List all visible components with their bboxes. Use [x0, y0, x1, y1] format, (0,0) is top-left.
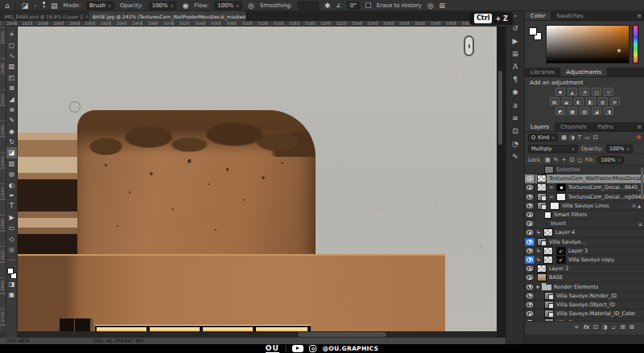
shape-tool[interactable]: ▭: [6, 223, 17, 233]
clone-stamp-tool[interactable]: ◉: [6, 126, 17, 137]
clone-source-icon[interactable]: ⊞: [508, 47, 522, 60]
layer-row[interactable]: Smart Filters: [525, 211, 644, 220]
adjustment-icon[interactable]: ◫: [592, 88, 601, 96]
collapse-chevron-icon[interactable]: ▲: [638, 203, 641, 208]
adjustment-icon[interactable]: ◭: [568, 88, 577, 96]
brush-preview[interactable]: 9: [43, 2, 45, 9]
toggle-brush-panel-icon[interactable]: ▤: [51, 2, 58, 10]
layer-row[interactable]: Layer 2: [525, 265, 644, 273]
eraser-tool[interactable]: ◪: [6, 147, 17, 158]
zoom-level[interactable]: 241.46%: [6, 338, 30, 344]
brush-angle-field[interactable]: 0°: [347, 2, 360, 10]
blend-mode-dropdown[interactable]: Multiply∨: [528, 145, 578, 153]
layer-row[interactable]: Villa Savoye...: [525, 318, 644, 321]
brush-tool[interactable]: ✎: [6, 115, 17, 125]
layer-effects-icon[interactable]: fx: [583, 324, 589, 330]
path-selection-tool[interactable]: ▶: [6, 212, 17, 223]
properties-icon[interactable]: ◔: [508, 138, 522, 150]
visibility-toggle[interactable]: [525, 256, 535, 264]
layer-row[interactable]: Selection: [525, 166, 644, 174]
layer-row[interactable]: Villa Savoye Lines⊙▲: [525, 202, 644, 211]
eyedropper-tool[interactable]: ◢: [6, 93, 17, 104]
visibility-toggle[interactable]: [525, 282, 535, 290]
adjustment-icon[interactable]: ✺: [555, 88, 565, 96]
visibility-toggle[interactable]: [525, 228, 535, 236]
hue-slider[interactable]: [633, 25, 638, 64]
smoothing-field[interactable]: [298, 2, 319, 10]
layer-row[interactable]: ↳Layer 4: [525, 228, 644, 237]
move-tool[interactable]: +: [6, 29, 17, 39]
frame-tool[interactable]: ⊠: [6, 83, 17, 93]
visibility-toggle[interactable]: [525, 193, 535, 201]
character-icon[interactable]: A: [508, 60, 522, 73]
visibility-toggle[interactable]: [525, 166, 535, 174]
document-tab[interactable]: BASE.jpg @ 241% (TexturesCom_WallFooterM…: [89, 11, 246, 21]
adjustment-icon[interactable]: ▨: [580, 107, 589, 115]
adjustment-icon[interactable]: ◨: [604, 107, 613, 115]
layer-row[interactable]: ∞TexturesCom_Decal...8645_2_seamless_5: [525, 183, 644, 192]
layer-row[interactable]: BASE: [525, 273, 644, 282]
adjustment-icon[interactable]: ◍: [598, 97, 608, 105]
new-adjustment-icon[interactable]: ◑: [602, 323, 608, 330]
info-icon[interactable]: ⊡: [508, 125, 522, 138]
pen-tool[interactable]: ✒: [6, 191, 17, 201]
expand-chevron-icon[interactable]: ▼: [536, 285, 539, 289]
horizontal-scrollbar-thumb[interactable]: [298, 332, 386, 337]
status-chevron-icon[interactable]: ›: [200, 338, 202, 344]
color-tab-swatches[interactable]: Swatches: [551, 11, 588, 20]
marquee-tool[interactable]: ▢: [6, 39, 17, 50]
visibility-toggle[interactable]: [525, 220, 535, 228]
layer-filter-dropdown[interactable]: QKind∨: [528, 133, 558, 142]
expand-panels-icon[interactable]: «: [514, 13, 517, 19]
panel-menu-icon[interactable]: ≡: [637, 13, 642, 19]
visibility-toggle[interactable]: [525, 183, 535, 191]
opacity-dropdown[interactable]: 100%∨: [149, 2, 177, 10]
visibility-toggle[interactable]: [525, 174, 535, 183]
foreground-color-swatch[interactable]: [7, 268, 14, 274]
visibility-toggle[interactable]: [525, 247, 535, 255]
tablet-icon[interactable]: ⊞: [440, 2, 446, 10]
pressure-size-icon[interactable]: ◎: [427, 2, 434, 10]
lock-icon[interactable]: +: [562, 157, 567, 163]
tool-preset-caret[interactable]: ∨: [34, 3, 37, 8]
adjustment-icon[interactable]: ◒: [562, 97, 572, 105]
visibility-toggle[interactable]: [525, 202, 535, 210]
brushes-icon[interactable]: ✎: [508, 150, 522, 163]
filter-type-icon[interactable]: ▦: [561, 134, 567, 141]
layers-scrollbar[interactable]: [641, 167, 643, 199]
character-styles-icon[interactable]: a: [508, 99, 522, 112]
adjustment-icon[interactable]: ▤: [550, 97, 559, 105]
blur-tool[interactable]: ◍: [6, 169, 17, 179]
adjustment-icon[interactable]: ▦: [568, 107, 577, 115]
visibility-toggle[interactable]: [525, 310, 535, 318]
lock-icon[interactable]: ✎: [554, 157, 559, 163]
visibility-toggle[interactable]: [525, 273, 535, 281]
paragraph-icon[interactable]: ¶: [508, 73, 522, 86]
healing-brush-tool[interactable]: ⊕: [6, 105, 17, 115]
layer-filter-toggle[interactable]: [637, 135, 641, 139]
lock-icon[interactable]: ◻: [577, 157, 582, 163]
layer-row[interactable]: ↳↙Layer 3: [525, 247, 644, 256]
adjustment-icon[interactable]: ◔: [580, 88, 589, 96]
erase-to-history-checkbox[interactable]: [365, 2, 371, 8]
layer-row[interactable]: Villa Savoye.Object_ID: [525, 301, 644, 310]
color-tab-color[interactable]: Color: [525, 11, 551, 20]
layer-row[interactable]: ∞TexturesCom_Decal...ng0948_6_masked_5: [525, 193, 644, 202]
filter-type-icon[interactable]: ▭: [584, 134, 590, 141]
screen-mode[interactable]: ▣: [6, 289, 17, 300]
adjustments-tab-adjustments[interactable]: Adjustments: [560, 68, 607, 76]
hand-tool[interactable]: ◇: [6, 233, 17, 244]
foreground-color-swatch[interactable]: [529, 27, 537, 35]
layer-row[interactable]: Invert≡: [525, 220, 644, 228]
zoom-tool[interactable]: ◎: [6, 244, 17, 255]
lock-icon[interactable]: ▦: [545, 157, 551, 163]
layers-tab-paths[interactable]: Paths: [592, 122, 619, 131]
new-group-icon[interactable]: ▱: [612, 323, 617, 330]
add-mask-icon[interactable]: ⊡: [593, 323, 598, 330]
layer-row[interactable]: ▼Render Elements: [525, 282, 644, 291]
lasso-tool[interactable]: ∿: [6, 51, 17, 61]
canvas[interactable]: [18, 27, 497, 331]
visibility-toggle[interactable]: [525, 301, 535, 309]
history-brush-tool[interactable]: ↻: [6, 137, 17, 147]
horizontal-scrollbar[interactable]: [18, 331, 497, 338]
